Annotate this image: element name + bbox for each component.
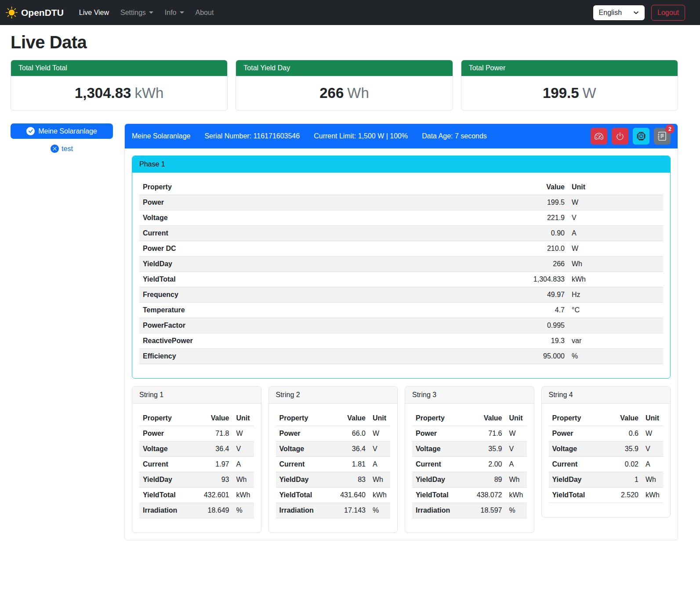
unit-cell: % — [506, 503, 527, 518]
column-unit: Unit — [568, 180, 663, 195]
table-row: Voltage35.9V — [549, 441, 664, 457]
property-cell: Current — [139, 226, 511, 241]
x-circle-icon — [51, 145, 59, 153]
value-cell: 83 — [330, 472, 369, 488]
unit-cell: W — [642, 426, 663, 441]
table-row: Power66.0W — [276, 426, 391, 441]
property-cell: Voltage — [276, 441, 331, 457]
column-value: Value — [511, 180, 568, 195]
value-cell: 0.90 — [511, 226, 568, 241]
inverter-button-label: Meine Solaranlage — [38, 127, 97, 135]
table-row: Voltage36.4V — [276, 441, 391, 457]
unit-cell: V — [233, 441, 254, 457]
value-cell: 36.4 — [194, 441, 233, 457]
property-cell: YieldDay — [276, 472, 331, 488]
value-cell: 1 — [603, 472, 642, 488]
inverter-button-selected[interactable]: Meine Solaranlage — [11, 123, 113, 139]
brand-link[interactable]: OpenDTU — [6, 7, 64, 18]
table-row: Current0.90A — [139, 226, 663, 241]
value-cell: 0.02 — [603, 457, 642, 472]
column-value: Value — [467, 411, 506, 426]
nav-item-live-view[interactable]: Live View — [73, 5, 115, 20]
property-cell: Power — [412, 426, 467, 441]
inverter-actions: 2 — [591, 128, 671, 145]
property-cell: Voltage — [549, 441, 604, 457]
string-card-body: Property Value Unit Power71.8WVoltage36.… — [132, 404, 261, 532]
value-cell: 19.3 — [511, 333, 568, 349]
table-row: YieldDay89Wh — [412, 472, 527, 488]
inverter-current-limit: Current Limit: 1,500 W | 100% — [314, 132, 408, 140]
value-cell: 35.9 — [467, 441, 506, 457]
table-row: Voltage35.9V — [412, 441, 527, 457]
value-cell: 199.5 — [511, 195, 568, 210]
string-card-title: String 3 — [405, 387, 534, 404]
property-cell: Voltage — [139, 441, 194, 457]
property-cell: Voltage — [139, 210, 511, 226]
column-value: Value — [330, 411, 369, 426]
property-cell: Irradiation — [139, 503, 194, 518]
string-card-body: Property Value Unit Power71.6WVoltage35.… — [405, 404, 534, 532]
power-toggle-button[interactable] — [612, 128, 628, 145]
property-cell: YieldDay — [412, 472, 467, 488]
property-cell: YieldTotal — [412, 488, 467, 503]
unit-cell: Wh — [233, 472, 254, 488]
nav-links: Live View Settings Info About — [73, 5, 220, 20]
unit-cell: kWh — [233, 488, 254, 503]
table-row: YieldTotal431.640kWh — [276, 488, 391, 503]
value-cell: 0.995 — [511, 318, 568, 333]
nav-item-settings[interactable]: Settings — [115, 5, 159, 20]
property-cell: Temperature — [139, 303, 511, 318]
logout-button[interactable]: Logout — [651, 5, 685, 21]
inverter-sidebar: Meine Solaranlage test — [11, 123, 113, 153]
main-row: Meine Solaranlage test Meine Solaranlage… — [11, 123, 678, 540]
device-info-button[interactable] — [633, 128, 649, 145]
column-unit: Unit — [233, 411, 254, 426]
property-cell: Irradiation — [276, 503, 331, 518]
navbar-right: English Logout — [593, 5, 685, 21]
value-cell: 36.4 — [330, 441, 369, 457]
string-card: String 2 Property Value Unit Power66.0WV… — [268, 386, 398, 533]
limit-settings-button[interactable] — [591, 128, 607, 145]
property-cell: YieldDay — [139, 472, 194, 488]
table-row: PowerFactor0.995 — [139, 318, 663, 333]
table-row: Efficiency95.000% — [139, 349, 663, 364]
table-row: YieldTotal1,304.833kWh — [139, 272, 663, 287]
navbar: OpenDTU Live View Settings Info About En… — [0, 0, 700, 25]
value-cell: 18.597 — [467, 503, 506, 518]
string-card-title: String 1 — [132, 387, 261, 404]
nav-item-about[interactable]: About — [190, 5, 220, 20]
inverter-panel: Meine Solaranlage Serial Number: 1161716… — [124, 123, 678, 540]
event-log-button[interactable]: 2 — [654, 128, 671, 145]
unit-cell: Hz — [568, 287, 663, 303]
table-row: Power199.5W — [139, 195, 663, 210]
inverter-button-test[interactable]: test — [51, 145, 73, 153]
string-card: String 3 Property Value Unit Power71.6WV… — [405, 386, 534, 533]
check-circle-icon — [26, 127, 35, 135]
table-row: YieldDay1Wh — [549, 472, 664, 488]
sun-icon — [6, 7, 18, 18]
phase-card-title: Phase 1 — [132, 156, 670, 173]
nav-item-info[interactable]: Info — [159, 5, 190, 20]
card-value: 266 — [319, 85, 344, 101]
value-cell: 17.143 — [330, 503, 369, 518]
card-unit: kWh — [134, 85, 163, 101]
unit-cell: A — [568, 226, 663, 241]
unit-cell: kWh — [369, 488, 390, 503]
string-table: Property Value Unit Power0.6WVoltage35.9… — [549, 411, 664, 503]
page: Live Data Total Yield Total 1,304.83kWh … — [0, 33, 700, 546]
table-row: YieldTotal2.520kWh — [549, 488, 664, 503]
unit-cell: W — [568, 195, 663, 210]
property-cell: ReactivePower — [139, 333, 511, 349]
card-body: 266Wh — [236, 76, 452, 110]
value-cell: 210.0 — [511, 241, 568, 257]
value-cell: 1.97 — [194, 457, 233, 472]
table-row: Temperature4.7°C — [139, 303, 663, 318]
table-row: Irradiation18.597% — [412, 503, 527, 518]
card-header: Total Yield Day — [236, 60, 452, 76]
unit-cell: kWh — [568, 272, 663, 287]
card-value: 199.5 — [543, 85, 579, 101]
value-cell: 431.640 — [330, 488, 369, 503]
language-select[interactable]: English — [593, 5, 645, 20]
value-cell: 66.0 — [330, 426, 369, 441]
inverter-name: Meine Solaranlage — [132, 132, 190, 140]
